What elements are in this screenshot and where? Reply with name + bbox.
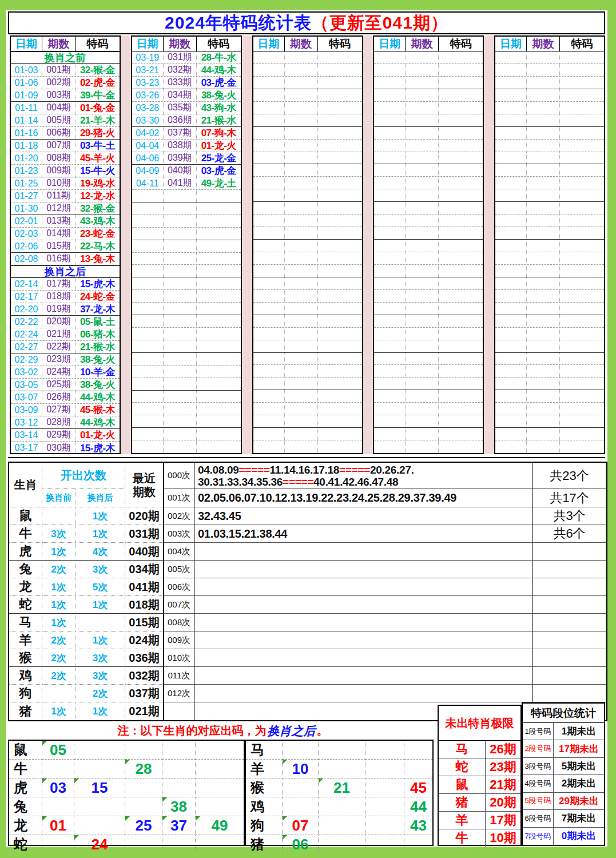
draw-period: 003期 bbox=[42, 89, 75, 101]
draw-date: 04-09 bbox=[132, 165, 164, 177]
draw-code bbox=[439, 214, 483, 227]
draw-code bbox=[439, 240, 483, 252]
draw-date bbox=[253, 290, 285, 302]
draw-date: 03-23 bbox=[132, 77, 164, 89]
stats-after-count: 1次 bbox=[75, 525, 125, 543]
draw-row bbox=[253, 202, 362, 214]
draw-row bbox=[253, 189, 362, 202]
draw-code bbox=[439, 114, 483, 126]
draw-period bbox=[527, 102, 560, 114]
draw-row: 03-07026期44-鸡-木 bbox=[11, 391, 120, 404]
draw-code bbox=[560, 127, 604, 139]
draw-row bbox=[374, 390, 483, 403]
freq-numbers bbox=[194, 667, 532, 685]
code-header: 特码 bbox=[560, 37, 604, 51]
draw-period: 038期 bbox=[164, 140, 197, 152]
zodiac-cell: 猴 bbox=[246, 778, 283, 797]
draw-code bbox=[197, 391, 241, 403]
stats-after-count: 3次 bbox=[75, 667, 125, 685]
draw-period bbox=[527, 51, 560, 63]
draw-code bbox=[318, 390, 362, 402]
draw-code bbox=[439, 77, 483, 89]
draw-row bbox=[374, 265, 483, 277]
stats-recent-header: 最近期数 bbox=[125, 463, 163, 507]
number-cell bbox=[196, 835, 244, 853]
draw-code bbox=[439, 227, 483, 239]
draw-row bbox=[495, 252, 604, 265]
draw-period bbox=[527, 240, 560, 252]
stats-zodiac-name: 兔 bbox=[9, 561, 42, 578]
draw-period bbox=[406, 365, 439, 377]
draw-period bbox=[285, 428, 318, 440]
draw-code: 01-龙-火 bbox=[75, 429, 120, 441]
draw-period bbox=[285, 415, 318, 427]
draw-period: 011期 bbox=[42, 190, 75, 202]
draw-code bbox=[439, 303, 483, 315]
stats-before-count bbox=[42, 507, 75, 525]
draw-code: 43-狗-水 bbox=[197, 102, 241, 114]
draw-date bbox=[253, 265, 285, 277]
draw-period bbox=[164, 190, 197, 202]
draw-code bbox=[560, 328, 604, 340]
draw-period bbox=[285, 303, 318, 315]
draw-code: 01-兔-金 bbox=[75, 102, 120, 114]
draw-row bbox=[253, 290, 362, 303]
draw-date bbox=[374, 227, 406, 239]
draw-code bbox=[560, 164, 604, 176]
draw-row: 03-30036期21-猴-水 bbox=[132, 114, 241, 127]
stats-recent-period: 020期 bbox=[125, 507, 163, 525]
draw-row: 04-09040期03-虎-金 bbox=[132, 165, 241, 177]
period-header: 期数 bbox=[42, 37, 75, 51]
segment-value: 0期未出 bbox=[554, 828, 604, 845]
number-cell: 28 bbox=[125, 760, 162, 778]
draw-row: 03-12028期44-鸡-木 bbox=[11, 416, 120, 429]
draw-row: 01-25010期19-鸡-水 bbox=[11, 177, 120, 190]
draw-row bbox=[132, 315, 241, 328]
stats-after-count: 1次 bbox=[75, 702, 125, 720]
draw-period bbox=[527, 315, 560, 327]
draw-date bbox=[495, 64, 527, 76]
draw-period bbox=[164, 391, 197, 403]
draw-date bbox=[253, 303, 285, 315]
draw-row bbox=[132, 265, 241, 277]
draw-period: 005期 bbox=[42, 114, 75, 126]
freq-numbers bbox=[194, 614, 532, 631]
draw-date bbox=[132, 340, 164, 352]
draw-row bbox=[374, 303, 483, 315]
draw-period: 004期 bbox=[42, 102, 75, 114]
draw-date: 01-03 bbox=[11, 64, 42, 76]
draw-date bbox=[253, 390, 285, 402]
draw-period: 024期 bbox=[42, 366, 75, 378]
stats-zodiac-name: 蛇 bbox=[9, 596, 42, 614]
stats-after-count: 1次 bbox=[75, 631, 125, 649]
draw-period bbox=[285, 77, 318, 89]
draw-date bbox=[253, 102, 285, 114]
draw-date bbox=[374, 415, 406, 427]
draw-date: 02-22 bbox=[11, 316, 42, 328]
draw-row bbox=[132, 215, 241, 228]
draw-date: 03-02 bbox=[11, 366, 42, 378]
freq-number-lines: 01.03.15.21.38.44 bbox=[198, 528, 287, 540]
draw-date bbox=[495, 428, 527, 440]
draw-code bbox=[560, 415, 604, 427]
stats-zodiac-name: 鸡 bbox=[9, 667, 42, 685]
stats-recent-period: 024期 bbox=[125, 631, 163, 649]
draw-code bbox=[560, 428, 604, 440]
draw-date bbox=[253, 202, 285, 214]
draw-code bbox=[318, 365, 362, 377]
draw-period: 034期 bbox=[164, 89, 197, 101]
draw-period bbox=[527, 214, 560, 227]
draw-period bbox=[406, 390, 439, 402]
draw-date: 03-21 bbox=[132, 64, 164, 76]
draw-date bbox=[253, 328, 285, 340]
draw-code bbox=[560, 240, 604, 252]
draw-period: 036期 bbox=[164, 114, 197, 126]
draw-row bbox=[495, 328, 604, 340]
draw-period bbox=[527, 77, 560, 89]
number-cell bbox=[365, 816, 404, 835]
freq-line: 04.08.09=====11.14.16.17.18=====20.26.27… bbox=[198, 464, 414, 476]
draw-code: 25-龙-金 bbox=[197, 152, 241, 164]
draw-period: 035期 bbox=[164, 102, 197, 114]
draw-date bbox=[132, 228, 164, 240]
draw-date bbox=[495, 140, 527, 152]
